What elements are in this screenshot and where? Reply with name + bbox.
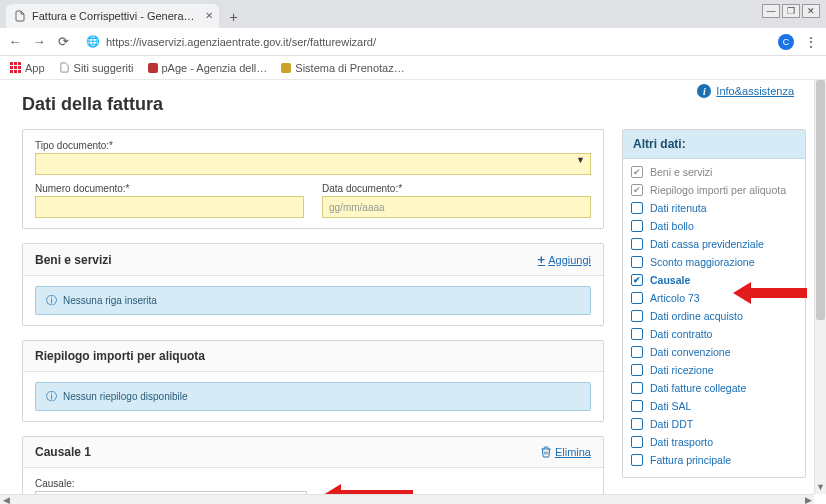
checkbox[interactable]	[631, 274, 643, 286]
beni-empty-alert: ⓘ Nessuna riga inserita	[35, 286, 591, 315]
bookmark-siti[interactable]: Siti suggeriti	[59, 62, 134, 74]
info-icon: ⓘ	[46, 293, 57, 308]
data-documento-input[interactable]: gg/mm/aaaa	[322, 196, 591, 218]
site-icon	[148, 63, 158, 73]
checkbox-label: Dati ricezione	[650, 364, 714, 376]
checkbox-label: Dati ritenuta	[650, 202, 707, 214]
url-text: https://ivaservizi.agenziaentrate.gov.it…	[106, 36, 376, 48]
checkbox	[631, 166, 643, 178]
browser-menu-button[interactable]: ⋮	[804, 34, 818, 50]
reload-button[interactable]: ⟳	[56, 34, 70, 49]
checkbox[interactable]	[631, 328, 643, 340]
altri-dati-item-dati-ricezione[interactable]: Dati ricezione	[631, 361, 797, 379]
altri-dati-panel: Altri dati: Beni e serviziRiepilogo impo…	[622, 129, 806, 478]
tipo-documento-select[interactable]	[35, 153, 591, 175]
checkbox-label: Sconto maggiorazione	[650, 256, 754, 268]
tipo-documento-label: Tipo documento:*	[35, 140, 591, 151]
checkbox-label: Riepilogo importi per aliquota	[650, 184, 786, 196]
checkbox-label: Dati cassa previdenziale	[650, 238, 764, 250]
checkbox-label: Dati trasporto	[650, 436, 713, 448]
checkbox[interactable]	[631, 256, 643, 268]
horizontal-scrollbar[interactable]: ◀ ▶	[0, 494, 814, 504]
apps-grid-icon	[10, 62, 21, 73]
altri-dati-item-articolo-73[interactable]: Articolo 73	[631, 289, 797, 307]
tab-close-icon[interactable]: ✕	[205, 10, 213, 21]
checkbox[interactable]	[631, 346, 643, 358]
vertical-scrollbar[interactable]: ▲ ▼	[814, 80, 826, 494]
site-icon	[281, 63, 291, 73]
altri-dati-item-dati-fatture-collegate[interactable]: Dati fatture collegate	[631, 379, 797, 397]
bookmark-sistema-prenotaz[interactable]: Sistema di Prenotaz…	[281, 62, 404, 74]
altri-dati-item-dati-convenzione[interactable]: Dati convenzione	[631, 343, 797, 361]
altri-dati-item-dati-ddt[interactable]: Dati DDT	[631, 415, 797, 433]
scroll-left-arrow[interactable]: ◀	[0, 495, 12, 504]
altri-dati-item-sconto-maggiorazione[interactable]: Sconto maggiorazione	[631, 253, 797, 271]
checkbox-label: Fattura principale	[650, 454, 731, 466]
altri-dati-item-dati-ordine-acquisto[interactable]: Dati ordine acquisto	[631, 307, 797, 325]
data-documento-label: Data documento:*	[322, 183, 591, 194]
checkbox[interactable]	[631, 400, 643, 412]
numero-documento-input[interactable]	[35, 196, 304, 218]
altri-dati-item-dati-bollo[interactable]: Dati bollo	[631, 217, 797, 235]
forward-button[interactable]: →	[32, 34, 46, 49]
altri-dati-item-dati-cassa-previdenziale[interactable]: Dati cassa previdenziale	[631, 235, 797, 253]
checkbox-label: Dati DDT	[650, 418, 693, 430]
bookmark-page-agenzia[interactable]: pAge - Agenzia dell…	[148, 62, 268, 74]
address-bar[interactable]: 🌐 https://ivaservizi.agenziaentrate.gov.…	[80, 33, 768, 50]
window-maximize-button[interactable]: ❐	[782, 4, 800, 18]
window-minimize-button[interactable]: —	[762, 4, 780, 18]
checkbox-label: Dati ordine acquisto	[650, 310, 743, 322]
back-button[interactable]: ←	[8, 34, 22, 49]
checkbox-label: Dati convenzione	[650, 346, 731, 358]
dati-fattura-panel: Tipo documento:* ▼ Numero documento:* Da…	[22, 129, 604, 229]
checkbox-label: Dati bollo	[650, 220, 694, 232]
checkbox[interactable]	[631, 382, 643, 394]
trash-icon	[540, 446, 552, 458]
checkbox[interactable]	[631, 202, 643, 214]
altri-dati-item-dati-contratto[interactable]: Dati contratto	[631, 325, 797, 343]
checkbox[interactable]	[631, 454, 643, 466]
file-icon	[14, 10, 26, 22]
riepilogo-panel: Riepilogo importi per aliquota ⓘ Nessun …	[22, 340, 604, 422]
scrollbar-thumb[interactable]	[816, 80, 825, 320]
checkbox-label: Dati contratto	[650, 328, 712, 340]
checkbox[interactable]	[631, 436, 643, 448]
numero-documento-label: Numero documento:*	[35, 183, 304, 194]
window-close-button[interactable]: ✕	[802, 4, 820, 18]
elimina-button[interactable]: Elimina	[540, 446, 591, 458]
beni-servizi-title: Beni e servizi	[35, 253, 112, 267]
altri-dati-item-riepilogo-importi-per-aliquota: Riepilogo importi per aliquota	[631, 181, 797, 199]
altri-dati-item-causale[interactable]: Causale	[631, 271, 797, 289]
checkbox[interactable]	[631, 238, 643, 250]
tab-title: Fattura e Corrispettivi - Genera…	[32, 10, 195, 22]
riepilogo-title: Riepilogo importi per aliquota	[35, 349, 205, 363]
scroll-right-arrow[interactable]: ▶	[802, 495, 814, 504]
file-icon	[59, 62, 70, 73]
checkbox[interactable]	[631, 220, 643, 232]
causale-label: Causale:	[35, 478, 591, 489]
apps-button[interactable]: App	[10, 62, 45, 74]
altri-dati-item-dati-sal[interactable]: Dati SAL	[631, 397, 797, 415]
checkbox[interactable]	[631, 292, 643, 304]
checkbox[interactable]	[631, 418, 643, 430]
riepilogo-empty-alert: ⓘ Nessun riepilogo disponibile	[35, 382, 591, 411]
checkbox-label: Dati fatture collegate	[650, 382, 746, 394]
scroll-down-arrow[interactable]: ▼	[815, 482, 826, 494]
browser-tab[interactable]: Fattura e Corrispettivi - Genera… ✕	[6, 4, 219, 28]
beni-servizi-panel: Beni e servizi + Aggiungi ⓘ Nessuna riga…	[22, 243, 604, 326]
altri-dati-item-fattura-principale[interactable]: Fattura principale	[631, 451, 797, 469]
checkbox-label: Dati SAL	[650, 400, 691, 412]
new-tab-button[interactable]: +	[223, 6, 245, 28]
checkbox[interactable]	[631, 364, 643, 376]
altri-dati-item-dati-trasporto[interactable]: Dati trasporto	[631, 433, 797, 451]
checkbox-label: Causale	[650, 274, 690, 286]
aggiungi-button[interactable]: + Aggiungi	[538, 252, 591, 267]
info-assistenza-link[interactable]: i Info&assistenza	[697, 84, 794, 98]
profile-button[interactable]: C	[778, 34, 794, 50]
page-title: Dati della fattura	[22, 94, 806, 115]
info-icon: i	[697, 84, 711, 98]
checkbox-label: Articolo 73	[650, 292, 700, 304]
altri-dati-item-dati-ritenuta[interactable]: Dati ritenuta	[631, 199, 797, 217]
checkbox[interactable]	[631, 310, 643, 322]
plus-icon: +	[538, 252, 546, 267]
